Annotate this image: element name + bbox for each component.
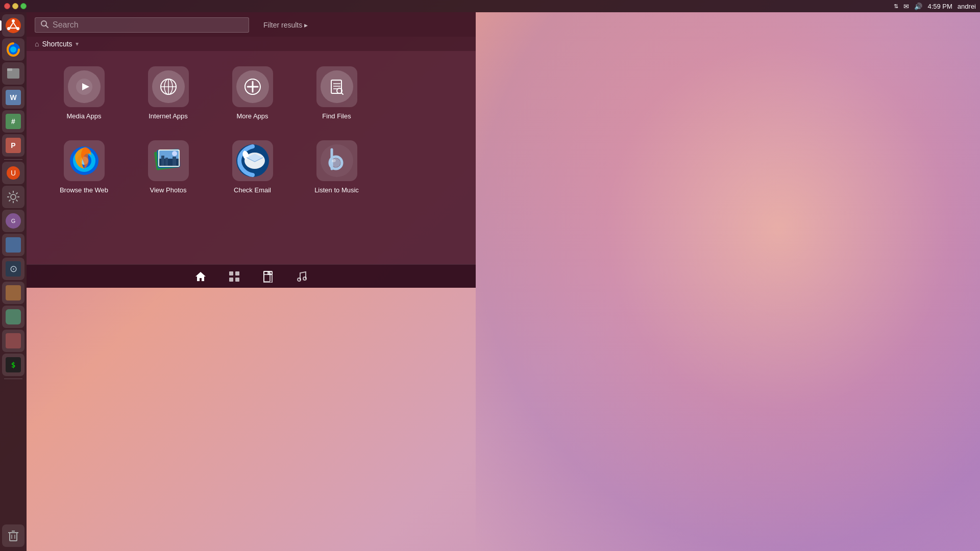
category-apps-button[interactable] (225, 267, 243, 286)
svg-point-61 (298, 278, 301, 281)
ubuntu-logo-icon (5, 17, 21, 34)
apps-category-icon (228, 270, 240, 283)
launcher-item-trash[interactable] (2, 524, 24, 547)
breadcrumb-dropdown-icon[interactable]: ▾ (76, 40, 79, 47)
svg-rect-43 (161, 156, 164, 166)
svg-point-10 (11, 194, 16, 199)
browse-web-icon-container (64, 140, 105, 181)
app13-icon (6, 333, 21, 348)
launcher-item-app12[interactable] (2, 306, 24, 328)
svg-rect-54 (229, 271, 233, 276)
search-icon (40, 20, 48, 30)
category-music-button[interactable] (292, 267, 311, 286)
clock-display[interactable]: 4:59 PM (927, 3, 952, 10)
launcher-item-files[interactable] (2, 62, 24, 85)
minimize-button[interactable] (12, 3, 18, 9)
internet-apps-icon (152, 70, 185, 103)
software-center-icon: U (6, 165, 21, 181)
filter-results-button[interactable]: Filter results ▸ (263, 21, 308, 29)
top-panel: ⇅ ✉ 🔊 4:59 PM andrei (0, 0, 980, 12)
view-photos-item[interactable]: View Photos (126, 135, 210, 199)
media-apps-icon (68, 70, 101, 103)
launcher-item-settings[interactable] (2, 186, 24, 208)
search-input[interactable] (53, 20, 243, 30)
files-category-icon (262, 270, 274, 283)
internet-apps-item[interactable]: Internet Apps (126, 61, 210, 125)
breadcrumb-label: Shortcuts (42, 40, 72, 48)
thunderbird-icon (234, 142, 271, 179)
svg-point-1 (12, 19, 15, 22)
media-apps-item[interactable]: Media Apps (42, 61, 126, 125)
files-launcher-icon (6, 66, 21, 81)
media-apps-icon-container (64, 66, 105, 107)
check-email-icon-container (232, 140, 273, 181)
browse-web-label: Browse the Web (60, 186, 108, 194)
launcher-item-gimp[interactable]: G (2, 210, 24, 232)
trash-icon (6, 529, 20, 543)
volume-icon[interactable]: 🔊 (914, 3, 922, 10)
steam-icon: ⊙ (6, 261, 21, 277)
app12-icon (6, 309, 21, 324)
check-email-item[interactable]: Check Email (210, 135, 295, 199)
close-button[interactable] (4, 3, 10, 9)
launcher-item-calc[interactable]: # (2, 110, 24, 133)
banshee-icon (318, 142, 355, 179)
launcher-item-firefox[interactable] (2, 38, 24, 61)
gimp-icon: G (6, 213, 21, 229)
category-home-button[interactable] (191, 267, 210, 286)
listen-music-item[interactable]: Listen to Music (295, 135, 379, 199)
shortcuts-row-2: Browse the Web (42, 135, 460, 199)
svg-rect-44 (165, 158, 168, 166)
terminal-icon: $ (6, 357, 21, 372)
launcher-item-ubuntu[interactable] (2, 14, 24, 37)
panel-indicators: ⇅ ✉ 🔊 4:59 PM andrei (894, 3, 976, 10)
launcher-item-libreoffice[interactable]: W (2, 86, 24, 109)
home-breadcrumb-icon[interactable]: ⌂ (35, 40, 39, 48)
desktop-background (476, 12, 980, 551)
svg-rect-55 (235, 271, 239, 276)
category-files-button[interactable] (259, 267, 277, 286)
network-icon[interactable]: ⇅ (894, 3, 898, 10)
view-photos-label: View Photos (150, 186, 186, 194)
svg-line-33 (341, 93, 343, 94)
svg-rect-7 (7, 68, 12, 71)
more-apps-item[interactable]: More Apps (210, 61, 295, 125)
more-apps-icon-container (232, 66, 273, 107)
svg-rect-57 (235, 278, 239, 282)
mail-icon[interactable]: ✉ (903, 3, 909, 10)
svg-rect-11 (10, 533, 17, 541)
find-files-icon-container (316, 66, 357, 107)
launcher-item-steam[interactable]: ⊙ (2, 258, 24, 280)
launcher-item-app13[interactable] (2, 330, 24, 352)
launcher-separator (4, 159, 22, 160)
launcher-item-impress[interactable]: P (2, 134, 24, 157)
svg-point-51 (331, 158, 340, 167)
find-files-label: Find Files (322, 112, 351, 120)
shortcuts-row-1: Media Apps Internet Apps (42, 61, 460, 125)
launcher-item-ubuntu-software[interactable]: U (2, 162, 24, 184)
svg-rect-28 (331, 80, 341, 93)
more-apps-icon (236, 70, 269, 103)
launcher-dock: W # P U G ⊙ $ (0, 12, 27, 551)
listen-music-label: Listen to Music (314, 186, 359, 194)
inkscape-icon (6, 285, 21, 300)
dash-panel: Filter results ▸ ⌂ Shortcuts ▾ (27, 12, 476, 288)
find-files-item[interactable]: Find Files (295, 61, 379, 125)
firefox-icon (66, 142, 103, 179)
find-files-icon (321, 70, 353, 103)
launcher-item-app9[interactable] (2, 234, 24, 256)
impress-icon: P (6, 138, 21, 153)
view-photos-icon-container (148, 140, 189, 181)
maximize-button[interactable] (20, 3, 27, 9)
svg-marker-53 (195, 272, 206, 281)
search-bar: Filter results ▸ (27, 12, 476, 37)
libreoffice-icon: W (6, 90, 21, 105)
launcher-item-inkscape[interactable] (2, 282, 24, 304)
svg-text:U: U (11, 169, 16, 177)
svg-rect-45 (173, 157, 176, 166)
user-menu[interactable]: andrei (958, 3, 976, 10)
browse-web-item[interactable]: Browse the Web (42, 135, 126, 199)
launcher-item-terminal[interactable]: $ (2, 354, 24, 376)
media-apps-label: Media Apps (67, 112, 102, 120)
search-input-wrapper[interactable] (35, 17, 249, 33)
